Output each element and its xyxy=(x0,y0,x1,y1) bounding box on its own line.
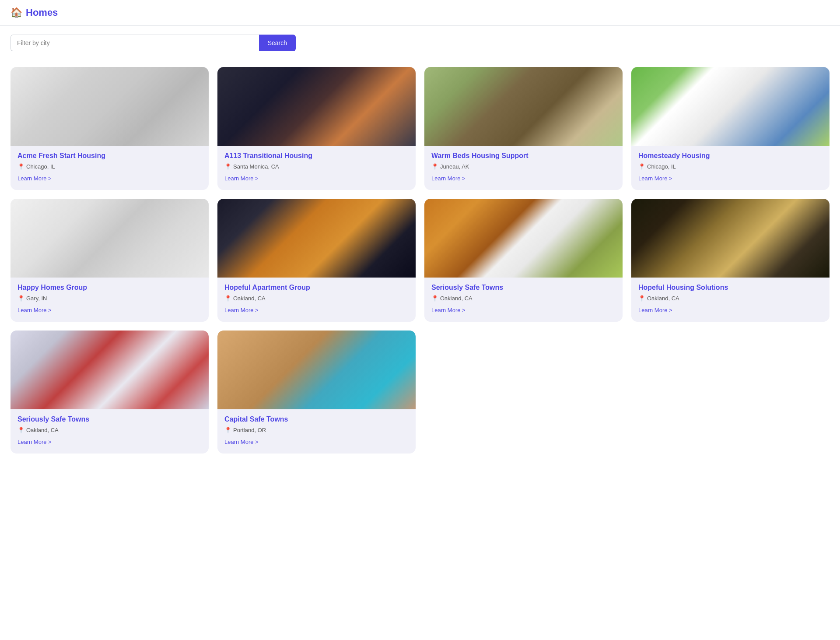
search-bar: Search xyxy=(0,26,306,60)
learn-more-link[interactable]: Learn More > xyxy=(638,307,672,313)
pin-icon: 📍 xyxy=(638,163,645,170)
listing-card: Acme Fresh Start Housing 📍 Chicago, IL L… xyxy=(10,67,209,190)
learn-more-link[interactable]: Learn More > xyxy=(638,175,672,182)
listing-card: Hopeful Apartment Group 📍 Oakland, CA Le… xyxy=(217,199,416,322)
card-body: Seriously Safe Towns 📍 Oakland, CA Learn… xyxy=(424,278,623,322)
card-title: Happy Homes Group xyxy=(18,284,202,292)
card-location: 📍 Gary, IN xyxy=(18,295,202,302)
card-location: 📍 Chicago, IL xyxy=(638,163,822,170)
card-image xyxy=(631,67,830,146)
pin-icon: 📍 xyxy=(638,295,645,302)
card-image xyxy=(217,67,416,146)
learn-more-link[interactable]: Learn More > xyxy=(18,439,52,445)
pin-icon: 📍 xyxy=(431,295,438,302)
app-header: 🏠 Homes xyxy=(0,0,840,26)
pin-icon: 📍 xyxy=(224,163,231,170)
card-title: Hopeful Housing Solutions xyxy=(638,284,822,292)
card-location: 📍 Santa Monica, CA xyxy=(224,163,409,170)
card-body: A113 Transitional Housing 📍 Santa Monica… xyxy=(217,146,416,190)
pin-icon: 📍 xyxy=(18,163,24,170)
card-city: Oakland, CA xyxy=(26,427,59,433)
card-city: Santa Monica, CA xyxy=(233,163,279,170)
card-city: Chicago, IL xyxy=(647,163,676,170)
listing-card: A113 Transitional Housing 📍 Santa Monica… xyxy=(217,67,416,190)
card-title: Seriously Safe Towns xyxy=(431,284,616,292)
listing-card: Hopeful Housing Solutions 📍 Oakland, CA … xyxy=(631,199,830,322)
listing-card: Seriously Safe Towns 📍 Oakland, CA Learn… xyxy=(10,331,209,454)
card-location: 📍 Chicago, IL xyxy=(18,163,202,170)
card-image xyxy=(10,67,209,146)
card-city: Oakland, CA xyxy=(233,295,266,302)
card-city: Gary, IN xyxy=(26,295,47,302)
listing-card: Seriously Safe Towns 📍 Oakland, CA Learn… xyxy=(424,199,623,322)
listing-card: Happy Homes Group 📍 Gary, IN Learn More … xyxy=(10,199,209,322)
pin-icon: 📍 xyxy=(224,295,231,302)
card-location: 📍 Oakland, CA xyxy=(18,427,202,433)
cards-grid: Acme Fresh Start Housing 📍 Chicago, IL L… xyxy=(0,60,840,471)
card-image xyxy=(10,331,209,409)
card-city: Portland, OR xyxy=(233,427,266,433)
card-location: 📍 Portland, OR xyxy=(224,427,409,433)
card-body: Capital Safe Towns 📍 Portland, OR Learn … xyxy=(217,409,416,454)
card-city: Juneau, AK xyxy=(440,163,469,170)
pin-icon: 📍 xyxy=(18,427,24,433)
card-location: 📍 Oakland, CA xyxy=(638,295,822,302)
learn-more-link[interactable]: Learn More > xyxy=(431,307,466,313)
pin-icon: 📍 xyxy=(224,427,231,433)
listing-card: Capital Safe Towns 📍 Portland, OR Learn … xyxy=(217,331,416,454)
search-input[interactable] xyxy=(10,35,259,51)
card-image xyxy=(10,199,209,278)
card-title: Acme Fresh Start Housing xyxy=(18,152,202,160)
app-title: Homes xyxy=(26,7,58,18)
learn-more-link[interactable]: Learn More > xyxy=(18,307,52,313)
card-image xyxy=(217,331,416,409)
card-body: Warm Beds Housing Support 📍 Juneau, AK L… xyxy=(424,146,623,190)
search-button[interactable]: Search xyxy=(259,35,296,51)
card-location: 📍 Oakland, CA xyxy=(431,295,616,302)
card-body: Hopeful Apartment Group 📍 Oakland, CA Le… xyxy=(217,278,416,322)
learn-more-link[interactable]: Learn More > xyxy=(18,175,52,182)
card-body: Happy Homes Group 📍 Gary, IN Learn More … xyxy=(10,278,209,322)
card-city: Oakland, CA xyxy=(647,295,679,302)
card-title: A113 Transitional Housing xyxy=(224,152,409,160)
card-title: Capital Safe Towns xyxy=(224,415,409,423)
card-body: Seriously Safe Towns 📍 Oakland, CA Learn… xyxy=(10,409,209,454)
pin-icon: 📍 xyxy=(431,163,438,170)
learn-more-link[interactable]: Learn More > xyxy=(431,175,466,182)
listing-card: Warm Beds Housing Support 📍 Juneau, AK L… xyxy=(424,67,623,190)
card-title: Homesteady Housing xyxy=(638,152,822,160)
learn-more-link[interactable]: Learn More > xyxy=(224,439,259,445)
card-city: Chicago, IL xyxy=(26,163,55,170)
home-icon: 🏠 xyxy=(10,7,22,18)
card-body: Homesteady Housing 📍 Chicago, IL Learn M… xyxy=(631,146,830,190)
card-image xyxy=(217,199,416,278)
learn-more-link[interactable]: Learn More > xyxy=(224,175,259,182)
card-image xyxy=(631,199,830,278)
card-image xyxy=(424,67,623,146)
card-city: Oakland, CA xyxy=(440,295,472,302)
learn-more-link[interactable]: Learn More > xyxy=(224,307,259,313)
card-location: 📍 Oakland, CA xyxy=(224,295,409,302)
listing-card: Homesteady Housing 📍 Chicago, IL Learn M… xyxy=(631,67,830,190)
card-location: 📍 Juneau, AK xyxy=(431,163,616,170)
card-body: Acme Fresh Start Housing 📍 Chicago, IL L… xyxy=(10,146,209,190)
logo-area: 🏠 Homes xyxy=(10,7,58,18)
card-body: Hopeful Housing Solutions 📍 Oakland, CA … xyxy=(631,278,830,322)
pin-icon: 📍 xyxy=(18,295,24,302)
card-title: Warm Beds Housing Support xyxy=(431,152,616,160)
card-title: Hopeful Apartment Group xyxy=(224,284,409,292)
card-title: Seriously Safe Towns xyxy=(18,415,202,423)
card-image xyxy=(424,199,623,278)
